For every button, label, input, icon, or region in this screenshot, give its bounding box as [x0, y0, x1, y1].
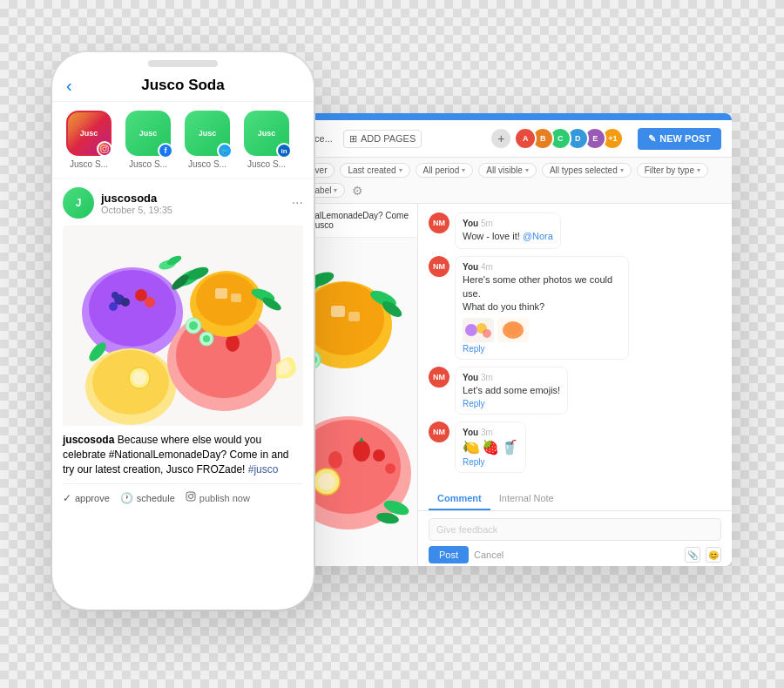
phone-mockup: ‹ Jusco Soda Jusc Jusco S... Jusc f Jusc…	[52, 52, 314, 610]
svg-point-60	[318, 473, 335, 490]
chat-time-4: 3m	[481, 428, 493, 437]
chat-meta-2: You 4m	[463, 262, 621, 272]
account-item-twitter[interactable]: Jusc 🐦 Jusco S...	[181, 111, 233, 169]
browser-toolbar: f Jusce... ⊞ ADD PAGES + A B C D E +1 ✎ …	[261, 120, 732, 158]
svg-point-12	[145, 297, 155, 307]
new-post-icon: ✎	[648, 133, 656, 145]
reply-link-1[interactable]: Reply	[463, 344, 621, 354]
publish-label: publish now	[199, 493, 250, 503]
filter-all-visible-label: All visible	[486, 165, 523, 175]
svg-rect-44	[348, 312, 360, 321]
caption-username: juscosoda	[63, 434, 114, 446]
back-button[interactable]: ‹	[66, 76, 72, 96]
account-item-instagram[interactable]: Jusc Jusco S...	[63, 111, 115, 169]
account-icons-row: Jusc Jusco S... Jusc f Jusco S... Jusc 🐦…	[52, 102, 314, 179]
chat-avatar-3: NM	[429, 367, 449, 388]
svg-point-68	[483, 329, 491, 338]
account-label-instagram: Jusco S...	[70, 159, 108, 169]
chat-bubble-2: You 4m Here's some other photos we could…	[455, 256, 629, 359]
svg-rect-43	[331, 306, 345, 317]
add-pages-label: ADD PAGES	[361, 133, 416, 144]
schedule-action[interactable]: 🕐 schedule	[120, 492, 175, 504]
chat-meta-3: You 3m	[463, 373, 560, 382]
author-info: juscosoda October 5, 19:35	[101, 192, 285, 215]
post-author-row: J juscosoda October 5, 19:35 ···	[63, 187, 303, 219]
account-initials-tw: Jusc	[199, 130, 217, 138]
chat-panel: NM You 5m Wow - love it! @Nora NM	[418, 204, 732, 566]
chevron-down-icon: ▾	[399, 166, 402, 174]
filter-all-visible[interactable]: All visible ▾	[478, 163, 537, 178]
emoji-picker-icon[interactable]: 😊	[706, 547, 721, 563]
cancel-reply-button[interactable]: Cancel	[474, 550, 504, 560]
filter-by-type[interactable]: Filter by type ▾	[637, 163, 708, 178]
settings-icon[interactable]: ⚙	[352, 184, 363, 198]
tab-comment[interactable]: Comment	[429, 488, 490, 510]
add-pages-button[interactable]: ⊞ ADD PAGES	[343, 130, 422, 148]
author-name: juscosoda	[101, 192, 285, 205]
svg-point-56	[353, 441, 370, 462]
post-more-button[interactable]: ···	[292, 195, 303, 211]
add-member-button[interactable]: +	[490, 127, 512, 150]
add-pages-icon: ⊞	[349, 133, 357, 145]
svg-point-1	[103, 147, 106, 151]
reply-icons: 📎 😊	[685, 547, 721, 563]
chat-sender-4: You	[463, 428, 478, 437]
account-initials-fb: Jusc	[139, 130, 158, 138]
chat-avatar-4: NM	[429, 422, 449, 442]
chat-avatar-1: NM	[429, 212, 449, 233]
filter-last-created[interactable]: Last created ▾	[340, 163, 409, 178]
account-icon-instagram: Jusc	[66, 111, 112, 156]
chat-text-3: Let's add some emojis!	[463, 384, 560, 397]
svg-point-71	[506, 323, 520, 335]
filter-by-type-label: Filter by type	[645, 165, 694, 175]
chevron-down-icon: ▾	[697, 166, 700, 174]
phone-status-bar	[52, 52, 314, 70]
chevron-down-icon: ▾	[620, 166, 624, 174]
chevron-down-icon: ▾	[525, 166, 529, 174]
filter-all-period-label: All period	[423, 165, 460, 175]
chat-messages: NM You 5m Wow - love it! @Nora NM	[418, 204, 732, 488]
account-icon-facebook: Jusc f	[125, 111, 171, 156]
publish-now-action[interactable]: publish now	[186, 491, 250, 504]
approve-action[interactable]: ✓ approve	[63, 492, 110, 504]
post-image	[63, 226, 303, 426]
svg-point-22	[196, 273, 257, 326]
twitter-badge: 🐦	[217, 143, 233, 159]
toolbar-avatars: A B C D E +1	[519, 127, 624, 150]
phone-notch	[148, 60, 218, 67]
account-item-linkedin[interactable]: Jusc in Jusco S...	[240, 111, 293, 169]
avatar-1: A	[514, 127, 537, 150]
filter-bar: Show Cover Last created ▾ All period ▾ A…	[261, 158, 732, 204]
filter-all-types-label: All types selected	[550, 165, 618, 175]
chat-message-2: NM You 4m Here's some other photos we co…	[429, 256, 721, 359]
reply-link-3[interactable]: Reply	[463, 457, 518, 467]
svg-point-9	[121, 298, 130, 307]
chat-sender-1: You	[463, 219, 478, 228]
instagram-badge	[97, 141, 112, 157]
schedule-label: schedule	[137, 493, 175, 503]
filter-all-period[interactable]: All period ▾	[416, 163, 474, 178]
post-reply-button[interactable]: Post	[429, 546, 469, 563]
svg-point-61	[373, 449, 385, 462]
svg-rect-0	[101, 145, 108, 152]
tab-internal-note[interactable]: Internal Note	[490, 488, 563, 510]
filter-all-types[interactable]: All types selected ▾	[542, 163, 632, 178]
reply-buttons: Post Cancel 📎 😊	[429, 546, 721, 563]
schedule-icon: 🕐	[120, 492, 133, 504]
post-caption: juscosoda Because where else would you c…	[63, 433, 303, 476]
reply-input-area: Give feedback Post Cancel 📎 😊	[418, 511, 732, 566]
account-icon-twitter: Jusc 🐦	[185, 111, 230, 156]
attachment-icon[interactable]: 📎	[685, 547, 700, 563]
new-post-button[interactable]: ✎ NEW POST	[638, 128, 721, 150]
post-preview: J juscosoda October 5, 19:35 ···	[52, 179, 314, 513]
mention-nora: @Nora	[523, 231, 553, 241]
chat-text-2: Here's some other photos we could use.	[463, 273, 621, 300]
account-item-facebook[interactable]: Jusc f Jusco S...	[122, 111, 174, 169]
filter-last-created-label: Last created	[348, 165, 395, 175]
chat-time-3: 3m	[481, 373, 493, 382]
svg-point-38	[188, 495, 193, 499]
linkedin-badge: in	[276, 143, 292, 159]
chat-sender-2: You	[463, 262, 478, 272]
svg-point-39	[193, 494, 194, 496]
reply-link-2[interactable]: Reply	[463, 399, 560, 408]
